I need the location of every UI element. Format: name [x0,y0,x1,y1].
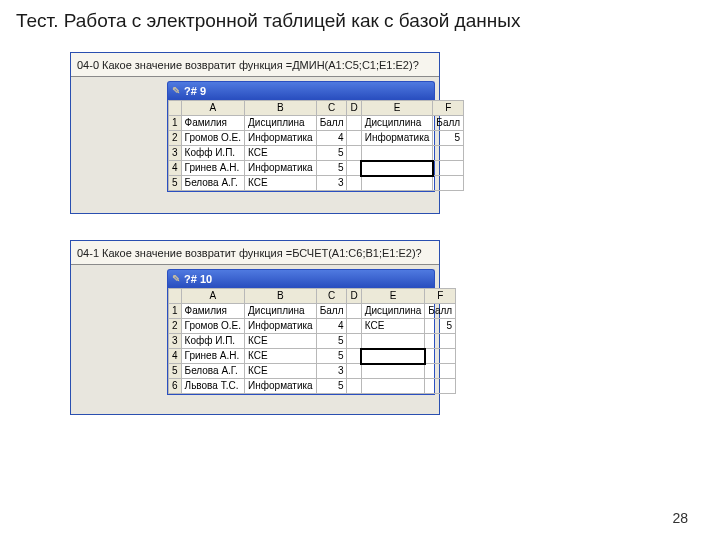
cell-C5[interactable]: 3 [316,176,347,191]
cell-D1[interactable] [347,304,361,319]
question-block-2: 04-1 Какое значение возвратит функция =Б… [70,240,440,415]
cell-C4[interactable]: 5 [316,161,347,176]
cell-C1[interactable]: Балл [316,116,347,131]
cell-C2[interactable]: 4 [316,131,347,146]
cell-A5[interactable]: Белова А.Г. [181,364,245,379]
row-header[interactable]: 4 [169,161,182,176]
cell-F6[interactable] [425,379,456,394]
cell-D4[interactable] [347,349,361,364]
cell-C3[interactable]: 5 [316,334,347,349]
col-header-A[interactable]: A [181,289,245,304]
cell-B4[interactable]: КСЕ [245,349,317,364]
cell-D5[interactable] [347,364,361,379]
cell-E1[interactable]: Дисциплина [361,116,433,131]
cell-A4[interactable]: Гринев А.Н. [181,349,245,364]
row-header[interactable]: 5 [169,176,182,191]
row-header[interactable]: 4 [169,349,182,364]
col-header-F[interactable]: F [425,289,456,304]
table-row: 5Белова А.Г.КСЕ3 [169,364,456,379]
cell-D6[interactable] [347,379,361,394]
cell-C6[interactable]: 5 [316,379,347,394]
col-header-A[interactable]: A [181,101,245,116]
cell-B1[interactable]: Дисциплина [245,116,317,131]
cell-E3[interactable] [361,146,433,161]
row-header[interactable]: 1 [169,116,182,131]
cell-B2[interactable]: Информатика [245,131,317,146]
cell-D2[interactable] [347,131,361,146]
cell-C3[interactable]: 5 [316,146,347,161]
cell-E1[interactable]: Дисциплина [361,304,425,319]
col-header-F[interactable]: F [433,101,464,116]
cell-F5[interactable] [425,364,456,379]
cell-B5[interactable]: КСЕ [245,364,317,379]
cell-D2[interactable] [347,319,361,334]
cell-F4[interactable] [425,349,456,364]
cell-F3[interactable] [433,146,464,161]
col-header-C[interactable]: C [316,101,347,116]
cell-A2[interactable]: Громов О.Е. [181,131,245,146]
row-header[interactable]: 6 [169,379,182,394]
table-row: 5Белова А.Г.КСЕ3 [169,176,464,191]
cell-B3[interactable]: КСЕ [245,146,317,161]
cell-A1[interactable]: Фамилия [181,116,245,131]
cell-D5[interactable] [347,176,361,191]
window-title-text: ?# 10 [184,273,212,285]
cell-E3[interactable] [361,334,425,349]
col-header-B[interactable]: B [245,289,317,304]
cell-A4[interactable]: Гринев А.Н. [181,161,245,176]
cell-A1[interactable]: Фамилия [181,304,245,319]
cell-B6[interactable]: Информатика [245,379,317,394]
cell-C2[interactable]: 4 [316,319,347,334]
col-header-B[interactable]: B [245,101,317,116]
cell-B2[interactable]: Информатика [245,319,317,334]
table-row: 3Кофф И.П.КСЕ5 [169,146,464,161]
cell-D3[interactable] [347,146,361,161]
cell-E2[interactable]: КСЕ [361,319,425,334]
cell-F5[interactable] [433,176,464,191]
col-header-E[interactable]: E [361,289,425,304]
cell-E5[interactable] [361,364,425,379]
cell-B3[interactable]: КСЕ [245,334,317,349]
cell-A3[interactable]: Кофф И.П. [181,146,245,161]
cell-D1[interactable] [347,116,361,131]
cell-E2[interactable]: Информатика [361,131,433,146]
col-header-D[interactable]: D [347,289,361,304]
col-header-C[interactable]: C [316,289,347,304]
row-header[interactable]: 3 [169,334,182,349]
cell-A6[interactable]: Львова Т.С. [181,379,245,394]
col-header-D[interactable]: D [347,101,361,116]
pencil-icon: ✎ [172,274,180,284]
cell-F2[interactable]: 5 [433,131,464,146]
cell-C5[interactable]: 3 [316,364,347,379]
row-header[interactable]: 1 [169,304,182,319]
cell-A5[interactable]: Белова А.Г. [181,176,245,191]
cell-E4[interactable] [361,349,425,364]
cell-A3[interactable]: Кофф И.П. [181,334,245,349]
col-header-E[interactable]: E [361,101,433,116]
cell-B4[interactable]: Информатика [245,161,317,176]
cell-B5[interactable]: КСЕ [245,176,317,191]
cell-F4[interactable] [433,161,464,176]
cell-E4[interactable] [361,161,433,176]
cell-E5[interactable] [361,176,433,191]
cell-D4[interactable] [347,161,361,176]
cell-D3[interactable] [347,334,361,349]
table-row: 2Громов О.Е.Информатика4КСЕ5 [169,319,456,334]
corner-cell [169,289,182,304]
window-titlebar: ✎ ?# 9 [167,81,435,99]
row-header[interactable]: 2 [169,319,182,334]
row-header[interactable]: 5 [169,364,182,379]
question-block-1: 04-0 Какое значение возвратит функция =Д… [70,52,440,214]
cell-F1[interactable]: Балл [433,116,464,131]
row-header[interactable]: 2 [169,131,182,146]
cell-F1[interactable]: Балл [425,304,456,319]
cell-C4[interactable]: 5 [316,349,347,364]
row-header[interactable]: 3 [169,146,182,161]
cell-B1[interactable]: Дисциплина [245,304,317,319]
cell-A2[interactable]: Громов О.Е. [181,319,245,334]
table-row: 3Кофф И.П.КСЕ5 [169,334,456,349]
cell-F2[interactable]: 5 [425,319,456,334]
cell-F3[interactable] [425,334,456,349]
cell-E6[interactable] [361,379,425,394]
cell-C1[interactable]: Балл [316,304,347,319]
